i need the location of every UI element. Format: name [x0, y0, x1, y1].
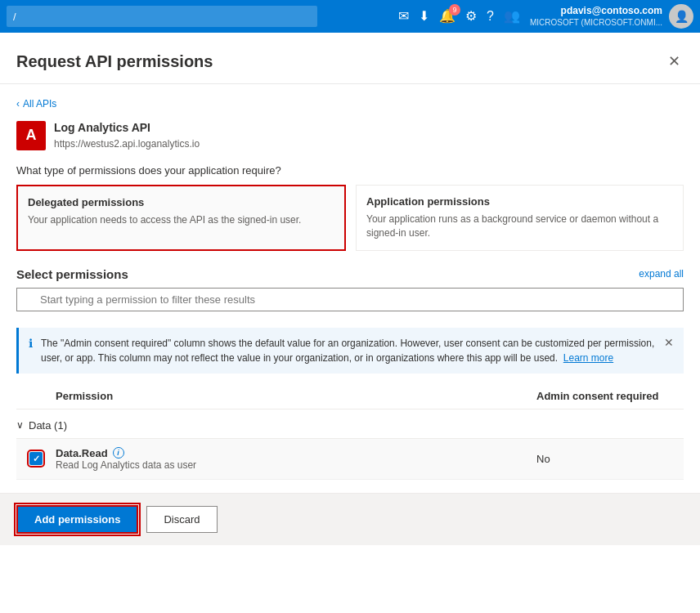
table-header: Permission Admin consent required [16, 383, 684, 409]
permission-info-icon[interactable]: i [113, 447, 124, 459]
help-icon[interactable]: ? [487, 9, 494, 24]
table-row: ✓ Data.Read i Read Log Analytics data as… [16, 439, 684, 480]
topbar: ✉ ⬇ 🔔 9 ⚙ ? 👥 pdavis@contoso.com MICROSO… [0, 0, 700, 33]
select-permissions-title: Select permissions [16, 267, 128, 281]
permission-details: Data.Read i Read Log Analytics data as u… [56, 447, 536, 471]
panel-footer: Add permissions Discard [0, 493, 700, 545]
chevron-down-icon: ∨ [16, 419, 24, 431]
api-icon: A [16, 121, 46, 150]
checkbox-cell: ✓ [16, 452, 56, 465]
notification-badge: 9 [449, 4, 460, 16]
permission-consent-value: No [536, 453, 684, 465]
permission-column-header: Permission [16, 390, 536, 402]
add-permissions-button[interactable]: Add permissions [16, 505, 138, 534]
permission-types: Delegated permissions Your application n… [16, 185, 684, 251]
data-group-row[interactable]: ∨ Data (1) [16, 413, 684, 439]
data-group-name: Data (1) [29, 419, 67, 432]
data-read-checkbox[interactable]: ✓ [29, 452, 43, 465]
panel-header: Request API permissions ✕ [0, 33, 700, 84]
application-permissions-card[interactable]: Application permissions Your application… [356, 185, 684, 251]
permission-name: Data.Read [56, 447, 108, 459]
info-icon: ℹ [29, 337, 33, 350]
panel-body: ‹ All APIs A Log Analytics API https://w… [0, 84, 700, 493]
back-link-label: All APIs [23, 98, 56, 110]
email-icon[interactable]: ✉ [398, 8, 409, 24]
checkmark-icon: ✓ [33, 454, 40, 464]
permission-search-input[interactable] [16, 288, 684, 311]
user-tenant: MICROSOFT (MICROSOFT.ONMI... [530, 17, 662, 29]
api-name: Log Analytics API [54, 119, 200, 136]
api-info: A Log Analytics API https://westus2.api.… [16, 119, 684, 151]
user-info: pdavis@contoso.com MICROSOFT (MICROSOFT.… [530, 4, 693, 29]
select-permissions-header: Select permissions expand all [16, 267, 684, 281]
info-banner: ℹ The "Admin consent required" column sh… [16, 328, 684, 374]
search-wrapper: 🔍 [16, 288, 684, 320]
delegated-permissions-card[interactable]: Delegated permissions Your application n… [16, 185, 346, 251]
panel-title: Request API permissions [16, 52, 213, 71]
application-permissions-title: Application permissions [366, 195, 673, 208]
avatar[interactable]: 👤 [669, 4, 693, 29]
settings-icon[interactable]: ⚙ [465, 8, 477, 24]
info-banner-text: The "Admin consent required" column show… [41, 336, 656, 365]
banner-close-button[interactable]: ✕ [664, 336, 674, 349]
consent-column-header: Admin consent required [536, 390, 684, 402]
back-link[interactable]: ‹ All APIs [16, 98, 56, 110]
delegated-permissions-desc: Your application needs to access the API… [28, 213, 334, 227]
notifications-icon[interactable]: 🔔 9 [439, 8, 455, 24]
discard-button[interactable]: Discard [146, 506, 217, 533]
permission-type-question: What type of permissions does your appli… [16, 164, 684, 177]
request-api-permissions-panel: Request API permissions ✕ ‹ All APIs A L… [0, 33, 700, 613]
learn-more-link[interactable]: Learn more [563, 352, 613, 364]
close-button[interactable]: ✕ [665, 49, 684, 74]
permission-description: Read Log Analytics data as user [56, 459, 536, 471]
application-permissions-desc: Your application runs as a background se… [366, 213, 673, 240]
expand-all-link[interactable]: expand all [639, 268, 684, 280]
delegated-permissions-title: Delegated permissions [28, 196, 334, 208]
user-name: pdavis@contoso.com [530, 4, 662, 18]
api-url: https://westus2.api.loganalytics.io [54, 136, 200, 151]
contacts-icon[interactable]: 👥 [504, 8, 520, 24]
topbar-icons: ✉ ⬇ 🔔 9 ⚙ ? 👥 pdavis@contoso.com MICROSO… [398, 4, 693, 29]
chevron-left-icon: ‹ [16, 98, 20, 110]
search-input[interactable] [7, 6, 317, 27]
api-details: Log Analytics API https://westus2.api.lo… [54, 119, 200, 151]
download-icon[interactable]: ⬇ [419, 8, 429, 24]
